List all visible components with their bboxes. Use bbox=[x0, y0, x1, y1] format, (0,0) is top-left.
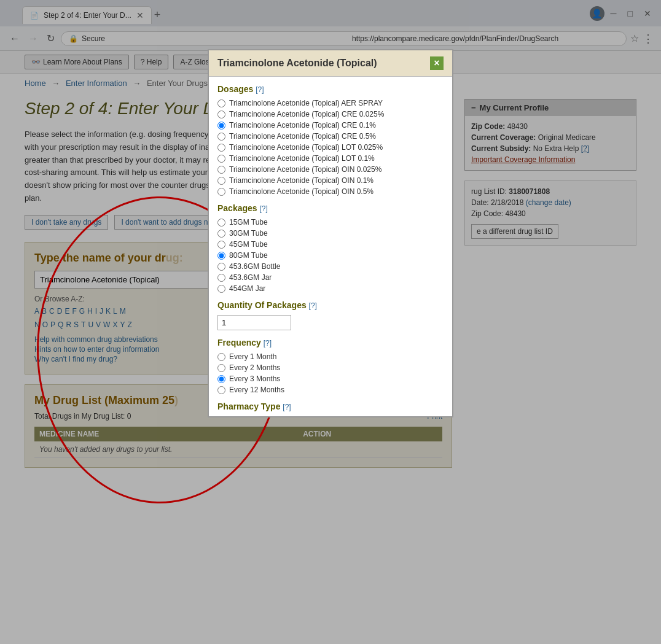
dosage-label-aer-spray: Triamcinolone Acetonide (Topical) AER SP… bbox=[229, 99, 383, 107]
package-option-45gm[interactable]: 45GM Tube bbox=[217, 240, 444, 249]
modal-body: Dosages [?] Triamcinolone Acetonide (Top… bbox=[209, 77, 452, 417]
frequency-option-3mo[interactable]: Every 3 Months bbox=[217, 374, 444, 383]
modal-overlay: Triamcinolone Acetonide (Topical) × Dosa… bbox=[0, 0, 661, 474]
package-radio-30gm[interactable] bbox=[217, 230, 225, 238]
dosage-label-oin-05: Triamcinolone Acetonide (Topical) OIN 0.… bbox=[229, 187, 374, 196]
package-label-80gm: 80GM Tube bbox=[229, 251, 268, 260]
dosage-radio-oin-0025[interactable] bbox=[217, 166, 225, 174]
qty-section: Quantity Of Packages [?] bbox=[217, 300, 444, 330]
dosage-option-cre-01[interactable]: Triamcinolone Acetonide (Topical) CRE 0.… bbox=[217, 121, 444, 130]
packages-list: 15GM Tube30GM Tube45GM Tube80GM Tube453.… bbox=[217, 218, 444, 293]
package-label-15gm: 15GM Tube bbox=[229, 218, 268, 227]
package-label-454gm-jar: 454GM Jar bbox=[229, 284, 265, 293]
packages-help[interactable]: [?] bbox=[260, 204, 268, 213]
frequency-option-1mo[interactable]: Every 1 Month bbox=[217, 352, 444, 361]
dosage-label-oin-0025: Triamcinolone Acetonide (Topical) OIN 0.… bbox=[229, 165, 381, 174]
pharmacy-list: I get this medicine from a retail pharma… bbox=[217, 416, 444, 417]
dosage-option-cre-0025[interactable]: Triamcinolone Acetonide (Topical) CRE 0.… bbox=[217, 110, 444, 118]
dosage-radio-cre-05[interactable] bbox=[217, 133, 225, 141]
dosage-label-lot-0025: Triamcinolone Acetonide (Topical) LOT 0.… bbox=[229, 143, 383, 152]
frequency-list: Every 1 MonthEvery 2 MonthsEvery 3 Month… bbox=[217, 352, 444, 394]
frequency-help[interactable]: [?] bbox=[264, 339, 272, 347]
package-radio-4536gm-bottle[interactable] bbox=[217, 263, 225, 271]
frequency-radio-12mo[interactable] bbox=[217, 386, 225, 394]
dosage-radio-lot-01[interactable] bbox=[217, 155, 225, 163]
package-option-80gm[interactable]: 80GM Tube bbox=[217, 251, 444, 260]
dosages-help[interactable]: [?] bbox=[256, 85, 264, 94]
dosage-label-cre-05: Triamcinolone Acetonide (Topical) CRE 0.… bbox=[229, 132, 376, 141]
dosage-radio-oin-01[interactable] bbox=[217, 177, 225, 185]
dosages-list: Triamcinolone Acetonide (Topical) AER SP… bbox=[217, 99, 444, 196]
frequency-option-2mo[interactable]: Every 2 Months bbox=[217, 363, 444, 372]
dosage-radio-cre-0025[interactable] bbox=[217, 111, 225, 118]
package-option-4536gm-jar[interactable]: 453.6GM Jar bbox=[217, 273, 444, 282]
pharmacy-radio-retail[interactable] bbox=[217, 417, 225, 418]
packages-section-title: Packages [?] bbox=[217, 203, 444, 213]
dosage-radio-aer-spray[interactable] bbox=[217, 99, 225, 107]
pharmacy-help[interactable]: [?] bbox=[283, 403, 291, 411]
package-label-30gm: 30GM Tube bbox=[229, 229, 268, 238]
modal-close-button[interactable]: × bbox=[430, 56, 444, 70]
frequency-radio-2mo[interactable] bbox=[217, 364, 225, 372]
dosage-radio-cre-01[interactable] bbox=[217, 122, 225, 130]
dosage-option-oin-0025[interactable]: Triamcinolone Acetonide (Topical) OIN 0.… bbox=[217, 165, 444, 174]
package-radio-454gm-jar[interactable] bbox=[217, 285, 225, 293]
drug-detail-modal: Triamcinolone Acetonide (Topical) × Dosa… bbox=[208, 49, 453, 417]
package-option-454gm-jar[interactable]: 454GM Jar bbox=[217, 284, 444, 293]
frequency-label-3mo: Every 3 Months bbox=[229, 374, 280, 383]
modal-header: Triamcinolone Acetonide (Topical) × bbox=[209, 50, 452, 77]
pharmacy-option-retail[interactable]: I get this medicine from a retail pharma… bbox=[217, 416, 444, 417]
dosage-option-cre-05[interactable]: Triamcinolone Acetonide (Topical) CRE 0.… bbox=[217, 132, 444, 141]
frequency-section-title: Frequency [?] bbox=[217, 338, 444, 347]
package-radio-15gm[interactable] bbox=[217, 219, 225, 227]
frequency-radio-1mo[interactable] bbox=[217, 353, 225, 361]
dosage-label-lot-01: Triamcinolone Acetonide (Topical) LOT 0.… bbox=[229, 154, 375, 163]
dosage-label-oin-01: Triamcinolone Acetonide (Topical) OIN 0.… bbox=[229, 176, 374, 185]
package-radio-4536gm-jar[interactable] bbox=[217, 274, 225, 282]
quantity-input[interactable] bbox=[217, 315, 291, 330]
package-label-4536gm-jar: 453.6GM Jar bbox=[229, 273, 272, 282]
modal-title: Triamcinolone Acetonide (Topical) bbox=[217, 58, 377, 69]
dosage-radio-oin-05[interactable] bbox=[217, 188, 225, 196]
frequency-option-12mo[interactable]: Every 12 Months bbox=[217, 386, 444, 394]
pharmacy-section-title: Pharmacy Type [?] bbox=[217, 402, 444, 411]
dosage-radio-lot-0025[interactable] bbox=[217, 144, 225, 152]
package-radio-45gm[interactable] bbox=[217, 241, 225, 249]
frequency-radio-3mo[interactable] bbox=[217, 375, 225, 383]
frequency-label-2mo: Every 2 Months bbox=[229, 363, 280, 372]
package-label-45gm: 45GM Tube bbox=[229, 240, 268, 249]
dosage-option-aer-spray[interactable]: Triamcinolone Acetonide (Topical) AER SP… bbox=[217, 99, 444, 107]
dosage-option-lot-01[interactable]: Triamcinolone Acetonide (Topical) LOT 0.… bbox=[217, 154, 444, 163]
pharmacy-label-retail: I get this medicine from a retail pharma… bbox=[229, 416, 366, 417]
dosage-option-oin-05[interactable]: Triamcinolone Acetonide (Topical) OIN 0.… bbox=[217, 187, 444, 196]
dosage-label-cre-0025: Triamcinolone Acetonide (Topical) CRE 0.… bbox=[229, 110, 384, 118]
frequency-label-12mo: Every 12 Months bbox=[229, 386, 284, 394]
package-option-30gm[interactable]: 30GM Tube bbox=[217, 229, 444, 238]
package-radio-80gm[interactable] bbox=[217, 252, 225, 260]
dosage-label-cre-01: Triamcinolone Acetonide (Topical) CRE 0.… bbox=[229, 121, 376, 130]
qty-help[interactable]: [?] bbox=[309, 301, 317, 310]
package-label-4536gm-bottle: 453.6GM Bottle bbox=[229, 262, 280, 271]
dosage-option-lot-0025[interactable]: Triamcinolone Acetonide (Topical) LOT 0.… bbox=[217, 143, 444, 152]
dosage-option-oin-01[interactable]: Triamcinolone Acetonide (Topical) OIN 0.… bbox=[217, 176, 444, 185]
package-option-15gm[interactable]: 15GM Tube bbox=[217, 218, 444, 227]
frequency-label-1mo: Every 1 Month bbox=[229, 352, 276, 361]
dosages-section-title: Dosages [?] bbox=[217, 84, 444, 94]
package-option-4536gm-bottle[interactable]: 453.6GM Bottle bbox=[217, 262, 444, 271]
